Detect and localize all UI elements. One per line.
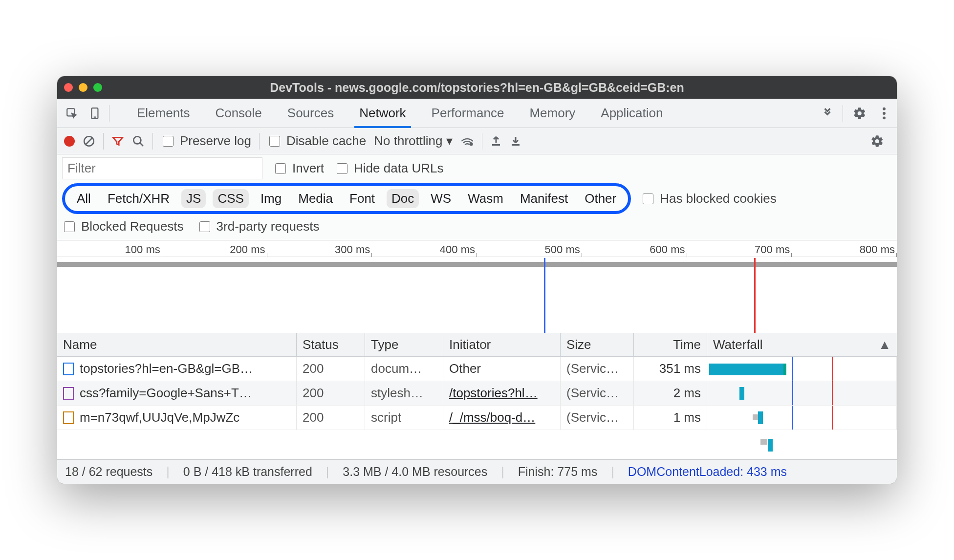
import-har-icon[interactable]: [490, 135, 502, 147]
overview-timeline[interactable]: 100 ms200 ms300 ms400 ms500 ms600 ms700 …: [57, 240, 897, 333]
divider: [259, 133, 260, 150]
status-requests: 18 / 62 requests: [65, 465, 152, 479]
has-blocked-cookies-label: Has blocked cookies: [660, 191, 776, 206]
inspect-element-icon[interactable]: [62, 104, 82, 123]
search-icon[interactable]: [132, 135, 145, 148]
type-filter-img[interactable]: Img: [256, 189, 286, 208]
timeline-tick: 100 ms: [57, 240, 162, 257]
col-initiator[interactable]: Initiator: [443, 333, 561, 356]
timeline-tick: 500 ms: [477, 240, 582, 257]
col-waterfall[interactable]: Waterfall ▲: [707, 333, 897, 356]
record-button[interactable]: [64, 136, 75, 147]
panel-tabs: ElementsConsoleSourcesNetworkPerformance…: [124, 99, 812, 128]
sort-indicator-icon: ▲: [878, 337, 891, 352]
titlebar: DevTools - news.google.com/topstories?hl…: [57, 76, 897, 99]
type-filter-css[interactable]: CSS: [213, 189, 248, 208]
has-blocked-cookies-input[interactable]: [643, 194, 653, 204]
status-bar: 18 / 62 requests | 0 B / 418 kB transfer…: [57, 459, 897, 484]
type-filter-font[interactable]: Font: [345, 189, 380, 208]
cell-waterfall: [707, 357, 897, 381]
third-party-checkbox[interactable]: 3rd-party requests: [197, 219, 320, 234]
tab-performance[interactable]: Performance: [419, 99, 517, 128]
col-name[interactable]: Name: [57, 333, 297, 356]
invert-checkbox[interactable]: Invert: [273, 161, 324, 176]
type-filter-other[interactable]: Other: [580, 189, 621, 208]
type-filter-media[interactable]: Media: [293, 189, 338, 208]
tab-elements[interactable]: Elements: [124, 99, 202, 128]
divider: [482, 133, 482, 150]
cell-name: topstories?hl=en-GB&gl=GB…: [57, 357, 297, 381]
disable-cache-checkbox[interactable]: Disable cache: [267, 133, 366, 149]
col-status[interactable]: Status: [297, 333, 365, 356]
svg-line-9: [140, 143, 143, 146]
cell-initiator: Other: [443, 357, 561, 381]
cell-type: stylesh…: [365, 381, 443, 405]
has-blocked-cookies-checkbox[interactable]: Has blocked cookies: [641, 191, 776, 206]
col-size[interactable]: Size: [561, 333, 634, 356]
filter-bar: Invert Hide data URLs AllFetch/XHRJSCSSI…: [57, 154, 897, 240]
col-type[interactable]: Type: [365, 333, 443, 356]
type-filter-js[interactable]: JS: [181, 189, 206, 208]
type-filter-fetchxhr[interactable]: Fetch/XHR: [103, 189, 174, 208]
filter-input[interactable]: [62, 157, 262, 179]
disable-cache-label: Disable cache: [286, 133, 366, 149]
blocked-requests-label: Blocked Requests: [81, 219, 184, 234]
timeline-tick: 600 ms: [582, 240, 687, 257]
blocked-requests-input[interactable]: [64, 221, 75, 232]
blocked-requests-checkbox[interactable]: Blocked Requests: [62, 219, 184, 234]
type-filter-all[interactable]: All: [72, 189, 96, 208]
initiator-link[interactable]: /topstories?hl…: [449, 386, 538, 401]
cell-time: 351 ms: [634, 357, 707, 381]
table-row[interactable]: css?family=Google+Sans+T…200stylesh…/top…: [57, 381, 897, 406]
filter-icon[interactable]: [111, 135, 124, 148]
network-settings-icon[interactable]: [865, 134, 890, 148]
window-title: DevTools - news.google.com/topstories?hl…: [57, 81, 897, 95]
svg-point-4: [883, 112, 886, 115]
svg-point-3: [883, 107, 886, 110]
cell-size: (Servic…: [561, 381, 634, 405]
settings-icon[interactable]: [847, 107, 872, 120]
grid-spacer: [57, 430, 897, 459]
col-time[interactable]: Time: [634, 333, 707, 356]
cell-initiator: /topstories?hl…: [443, 381, 561, 405]
hide-data-urls-label: Hide data URLs: [354, 161, 444, 176]
invert-input[interactable]: [275, 163, 286, 174]
table-row[interactable]: topstories?hl=en-GB&gl=GB…200docum…Other…: [57, 357, 897, 381]
preserve-log-input[interactable]: [163, 136, 173, 147]
initiator-link[interactable]: /_/mss/boq-d…: [449, 410, 535, 425]
panel-tabs-row: ElementsConsoleSourcesNetworkPerformance…: [57, 99, 897, 128]
tab-sources[interactable]: Sources: [275, 99, 347, 128]
tab-network[interactable]: Network: [347, 99, 418, 128]
more-options-icon[interactable]: [876, 107, 892, 120]
export-har-icon[interactable]: [510, 135, 521, 147]
throttling-select[interactable]: No throttling ▾: [374, 133, 453, 149]
tab-memory[interactable]: Memory: [517, 99, 588, 128]
type-filter-ws[interactable]: WS: [426, 189, 456, 208]
table-row[interactable]: m=n73qwf,UUJqVe,MpJwZc200script/_/mss/bo…: [57, 406, 897, 430]
disable-cache-input[interactable]: [269, 136, 280, 147]
divider: [843, 105, 843, 122]
hide-data-urls-checkbox[interactable]: Hide data URLs: [335, 161, 444, 176]
cell-size: (Servic…: [561, 357, 634, 381]
more-tabs-button[interactable]: [816, 107, 839, 120]
hide-data-urls-input[interactable]: [337, 163, 347, 174]
preserve-log-label: Preserve log: [180, 133, 251, 149]
type-filter-manifest[interactable]: Manifest: [515, 189, 573, 208]
grid-header: Name Status Type Initiator Size Time Wat…: [57, 333, 897, 357]
third-party-label: 3rd-party requests: [217, 219, 320, 234]
preserve-log-checkbox[interactable]: Preserve log: [161, 133, 251, 149]
clear-button[interactable]: [83, 135, 95, 148]
devtools-window: DevTools - news.google.com/topstories?hl…: [57, 76, 897, 484]
type-filter-wasm[interactable]: Wasm: [463, 189, 508, 208]
tab-console[interactable]: Console: [202, 99, 274, 128]
type-filter-doc[interactable]: Doc: [387, 189, 419, 208]
chevron-down-icon: ▾: [446, 133, 453, 149]
device-toolbar-icon[interactable]: [86, 104, 105, 123]
doc-file-icon: [63, 363, 74, 375]
third-party-input[interactable]: [199, 221, 210, 232]
tab-application[interactable]: Application: [588, 99, 675, 128]
network-conditions-icon[interactable]: [460, 136, 474, 147]
cell-initiator: /_/mss/boq-d…: [443, 406, 561, 430]
timeline-tick: 400 ms: [372, 240, 477, 257]
status-domcontentloaded: DOMContentLoaded: 433 ms: [628, 465, 787, 479]
